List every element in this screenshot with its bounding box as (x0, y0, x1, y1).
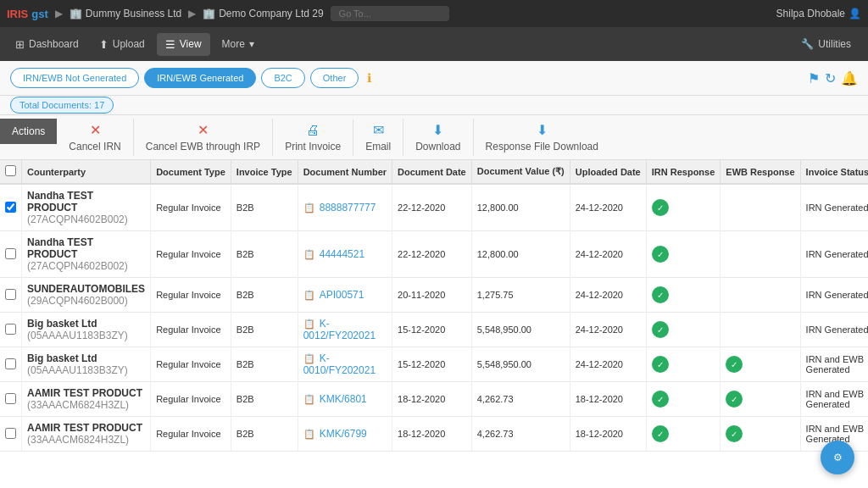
row-doc-number[interactable]: 📋 44444521 (298, 231, 392, 278)
row-invoice-type: B2B (231, 347, 298, 382)
row-checkbox[interactable] (5, 324, 16, 335)
row-counterparty: Big basket Ltd (05AAAAU1183B3ZY) (22, 347, 151, 382)
cancel-ewb-action[interactable]: ✕ Cancel EWB through IRP (134, 119, 273, 156)
chevron-down-icon: ▾ (249, 38, 254, 50)
fab-button[interactable]: ⚙ (821, 441, 854, 474)
counterparty-gstin: (29ACQPN4602B000) (27, 295, 145, 307)
table-row: AAMIR TEST PRODUCT (33AAACM6824H3ZL) Reg… (0, 417, 868, 452)
tab-other[interactable]: Other (310, 68, 359, 88)
row-checkbox[interactable] (5, 393, 16, 404)
row-doc-date: 18-12-2020 (392, 417, 472, 452)
irn-response-check: ✓ (652, 199, 669, 216)
cancel-irn-action[interactable]: ✕ Cancel IRN (57, 119, 133, 156)
row-doc-type: Regular Invoice (151, 278, 231, 313)
refresh-icon[interactable]: ↻ (825, 70, 836, 86)
row-irn-response: ✓ (646, 417, 721, 452)
row-checkbox-cell[interactable] (0, 382, 22, 417)
doc-number-link[interactable]: 44444521 (320, 248, 364, 260)
row-checkbox-cell[interactable] (0, 417, 22, 452)
doc-number-link[interactable]: 8888877777 (320, 202, 376, 214)
row-doc-number[interactable]: 📋 K-0010/FY202021 (298, 347, 392, 382)
table-row: AAMIR TEST PRODUCT (33AAACM6824H3ZL) Reg… (0, 382, 868, 417)
row-checkbox[interactable] (5, 289, 16, 300)
doc-number-link[interactable]: KMK/6799 (320, 428, 367, 440)
nav-upload[interactable]: ⬆ Upload (91, 33, 153, 56)
row-irn-response: ✓ (646, 184, 721, 231)
response-file-action[interactable]: ⬇ Response File Download (474, 119, 610, 156)
user-info: Shilpa Dhobale 👤 (776, 8, 861, 19)
row-doc-number[interactable]: 📋 K-0012/FY202021 (298, 313, 392, 347)
logo-red: IRIS (7, 8, 28, 20)
actions-button[interactable]: Actions (0, 119, 57, 144)
counterparty-gstin: (05AAAAU1183B3ZY) (27, 364, 145, 376)
row-doc-value: 4,262.73 (471, 382, 570, 417)
building-icon: 🏢 (70, 8, 82, 19)
nav-view[interactable]: ☰ View (157, 33, 210, 56)
row-checkbox-cell[interactable] (0, 313, 22, 347)
select-all-checkbox[interactable] (5, 165, 16, 176)
row-doc-value: 1,275.75 (471, 278, 570, 313)
table-row: Nandha TEST PRODUCT (27ACQPN4602B002) Re… (0, 184, 868, 231)
row-invoice-status: IRN Generated (800, 184, 868, 231)
row-doc-type: Regular Invoice (151, 313, 231, 347)
row-doc-value: 5,548,950.00 (471, 313, 570, 347)
user-icon: 👤 (849, 8, 861, 19)
table-row: Big basket Ltd (05AAAAU1183B3ZY) Regular… (0, 347, 868, 382)
row-checkbox[interactable] (5, 428, 16, 439)
row-doc-value: 5,548,950.00 (471, 347, 570, 382)
row-counterparty: SUNDERAUTOMOBILES (29ACQPN4602B000) (22, 278, 151, 313)
row-checkbox[interactable] (5, 358, 16, 369)
row-checkbox[interactable] (5, 202, 16, 213)
table-row: Nandha TEST PRODUCT (27ACQPN4602B002) Re… (0, 231, 868, 278)
row-checkbox-cell[interactable] (0, 231, 22, 278)
row-checkbox-cell[interactable] (0, 347, 22, 382)
doc-number-link[interactable]: API00571 (320, 289, 364, 301)
print-invoice-action[interactable]: 🖨 Print Invoice (273, 119, 353, 156)
row-invoice-type: B2B (231, 278, 298, 313)
doc-number-link[interactable]: KMK/6801 (320, 393, 367, 405)
table-row: Big basket Ltd (05AAAAU1183B3ZY) Regular… (0, 313, 868, 347)
bell-icon[interactable]: 🔔 (841, 70, 858, 86)
tab-irn-generated[interactable]: IRN/EWB Generated (144, 68, 256, 88)
row-irn-response: ✓ (646, 382, 721, 417)
row-doc-number[interactable]: 📋 KMK/6799 (298, 417, 392, 452)
email-icon: ✉ (373, 122, 384, 138)
topbar-sep2: ▶ (188, 8, 196, 19)
irn-response-check: ✓ (652, 321, 669, 338)
cancel-ewb-label: Cancel EWB through IRP (146, 141, 260, 152)
breadcrumb-company2[interactable]: 🏢 Demo Company Ltd 29 (203, 8, 323, 19)
user-name: Shilpa Dhobale (776, 8, 845, 19)
download-action[interactable]: ⬇ Download (403, 119, 473, 156)
nav-utilities[interactable]: 🔧 Utilities (791, 33, 861, 55)
row-doc-number[interactable]: 📋 KMK/6801 (298, 382, 392, 417)
view-icon: ☰ (165, 38, 175, 51)
nav-utilities-label: Utilities (818, 38, 851, 50)
email-label: Email (365, 141, 391, 152)
breadcrumb-company1[interactable]: 🏢 Dummy Business Ltd (70, 8, 181, 19)
tab-b2c[interactable]: B2C (261, 68, 304, 88)
nav-more[interactable]: More ▾ (214, 33, 263, 55)
row-invoice-status: IRN Generated (800, 278, 868, 313)
row-doc-number[interactable]: 📋 8888877777 (298, 184, 392, 231)
row-counterparty: Nandha TEST PRODUCT (27ACQPN4602B002) (22, 184, 151, 231)
total-docs-badge: Total Documents: 17 (10, 97, 114, 114)
row-checkbox[interactable] (5, 248, 16, 259)
row-uploaded-date: 18-12-2020 (570, 382, 646, 417)
counterparty-name: Big basket Ltd (27, 352, 145, 364)
nav-dashboard[interactable]: ⊞ Dashboard (7, 33, 87, 56)
header-invoice-status: Invoice Status (800, 160, 868, 184)
row-doc-number[interactable]: 📋 API00571 (298, 278, 392, 313)
doc-icon: 📋 (303, 290, 315, 300)
tab-irn-not-generated[interactable]: IRN/EWB Not Generated (10, 68, 139, 88)
email-action[interactable]: ✉ Email (353, 119, 403, 156)
table-container: Counterparty Document Type Invoice Type … (0, 160, 868, 488)
row-checkbox-cell[interactable] (0, 278, 22, 313)
cancel-irn-icon: ✕ (90, 122, 101, 138)
row-ewb-response (721, 231, 800, 278)
table-body: Nandha TEST PRODUCT (27ACQPN4602B002) Re… (0, 184, 868, 452)
response-file-icon: ⬇ (537, 122, 548, 138)
search-input[interactable] (331, 6, 449, 21)
filter-icon[interactable]: ⚑ (808, 70, 820, 86)
ewb-response-check: ✓ (726, 356, 743, 373)
row-checkbox-cell[interactable] (0, 184, 22, 231)
